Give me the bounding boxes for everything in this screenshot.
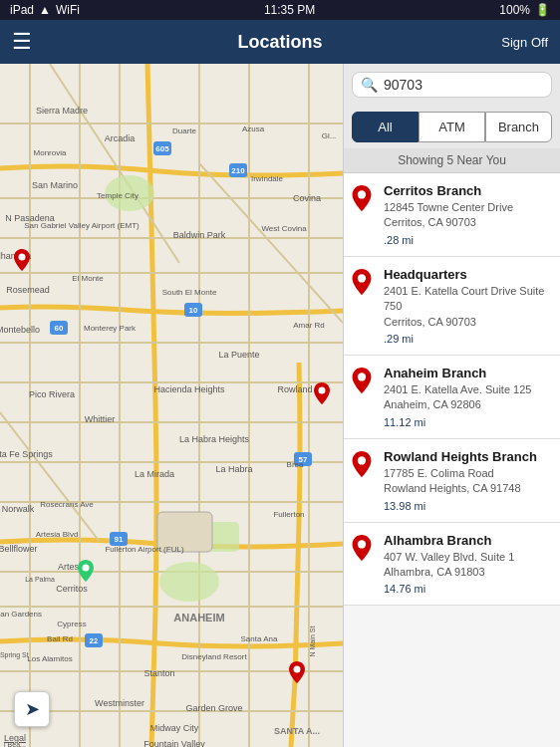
svg-text:22: 22 <box>90 636 99 645</box>
location-address: 17785 E. Colima RoadRowland Heights, CA … <box>384 466 552 497</box>
svg-text:Bellflower: Bellflower <box>0 544 38 554</box>
svg-point-101 <box>294 666 301 673</box>
svg-text:Amar Rd: Amar Rd <box>293 321 325 330</box>
main-content: 605 210 10 57 91 22 60 <box>0 64 560 747</box>
svg-text:Fullerton: Fullerton <box>273 510 304 519</box>
svg-text:Monrovia: Monrovia <box>34 148 67 157</box>
right-panel: 🔍 All ATM Branch Showing 5 Near You Cerr… <box>343 64 560 747</box>
svg-text:Ball Rd: Ball Rd <box>47 634 73 643</box>
location-arrow-icon: ➤ <box>25 698 40 720</box>
svg-text:Pico Rivera: Pico Rivera <box>29 389 75 399</box>
menu-icon[interactable]: ☰ <box>12 29 32 55</box>
svg-text:Disneyland Resort: Disneyland Resort <box>181 652 247 661</box>
map-area[interactable]: 605 210 10 57 91 22 60 <box>0 64 343 747</box>
svg-text:Monterey Park: Monterey Park <box>84 324 137 333</box>
svg-text:91: 91 <box>115 535 124 544</box>
svg-point-100 <box>83 565 90 572</box>
location-item[interactable]: Alhambra Branch 407 W. Valley Blvd. Suit… <box>344 523 560 607</box>
location-address: 2401 E. Katella Ave. Suite 125Anaheim, C… <box>384 382 552 413</box>
svg-text:West Covina: West Covina <box>261 224 307 233</box>
svg-text:Westminster: Westminster <box>95 698 144 708</box>
svg-text:Rosecrans Ave: Rosecrans Ave <box>40 500 94 509</box>
filter-all-button[interactable]: All <box>352 112 419 142</box>
svg-point-103 <box>358 274 366 282</box>
location-name: Alhambra Branch <box>384 533 552 548</box>
svg-text:La Puente: La Puente <box>218 350 259 360</box>
svg-text:Santa Ana: Santa Ana <box>241 634 278 643</box>
svg-text:N Main St: N Main St <box>309 626 316 657</box>
svg-text:Baldwin Park: Baldwin Park <box>173 230 226 240</box>
svg-text:San Marino: San Marino <box>32 180 78 190</box>
location-item[interactable]: Anaheim Branch 2401 E. Katella Ave. Suit… <box>344 356 560 439</box>
svg-text:Rowland: Rowland <box>277 384 312 394</box>
svg-text:60: 60 <box>55 324 64 333</box>
location-item[interactable]: Headquarters 2401 E. Katella Court Drive… <box>344 257 560 356</box>
location-info: Rowland Heights Branch 17785 E. Colima R… <box>384 449 552 512</box>
svg-text:Whittier: Whittier <box>85 414 116 424</box>
location-item[interactable]: Cerritos Branch 12845 Towne Center Drive… <box>344 173 560 257</box>
status-bar: iPad ▲ WiFi 11:35 PM 100% 🔋 <box>0 0 560 20</box>
location-name: Cerritos Branch <box>384 183 552 198</box>
location-distance: .29 mi <box>384 333 552 345</box>
legal-link[interactable]: Legal <box>4 733 26 743</box>
svg-text:Temple City: Temple City <box>97 191 139 200</box>
svg-text:Garden Grove: Garden Grove <box>185 703 242 713</box>
search-input[interactable] <box>384 77 543 93</box>
svg-text:San Gabriel Valley Airport (EM: San Gabriel Valley Airport (EMT) <box>24 221 140 230</box>
svg-text:Midway City: Midway City <box>150 723 199 733</box>
signal-icon: ▲ <box>39 3 51 17</box>
location-info: Cerritos Branch 12845 Towne Center Drive… <box>384 183 552 246</box>
svg-text:La Mirada: La Mirada <box>135 469 174 479</box>
svg-text:Cerritos: Cerritos <box>56 584 88 594</box>
svg-text:Duarte: Duarte <box>172 126 197 135</box>
location-name: Headquarters <box>384 267 552 282</box>
svg-text:10: 10 <box>189 306 198 315</box>
svg-point-98 <box>19 254 26 261</box>
svg-text:La Palma: La Palma <box>25 576 55 583</box>
svg-text:E Spring St: E Spring St <box>0 651 29 659</box>
svg-text:605: 605 <box>155 144 169 153</box>
location-pin-icon <box>352 185 376 215</box>
svg-point-106 <box>358 540 366 548</box>
location-distance: 13.98 mi <box>384 500 552 512</box>
filter-branch-button[interactable]: Branch <box>485 112 552 142</box>
svg-text:Rosemead: Rosemead <box>6 285 50 295</box>
time-label: 11:35 PM <box>264 3 315 17</box>
svg-text:SANTA A...: SANTA A... <box>274 726 320 736</box>
search-box: 🔍 <box>352 72 552 98</box>
location-name: Anaheim Branch <box>384 366 552 380</box>
location-info: Headquarters 2401 E. Katella Court Drive… <box>384 267 552 345</box>
location-address: 12845 Towne Center DriveCerritos, CA 907… <box>384 200 552 231</box>
nav-bar: ☰ Locations Sign Off <box>0 20 560 64</box>
location-distance: .28 mi <box>384 234 552 246</box>
svg-text:210: 210 <box>231 166 245 175</box>
svg-text:Gl...: Gl... <box>322 131 337 140</box>
svg-text:South El Monte: South El Monte <box>162 288 217 297</box>
svg-text:aian Gardens: aian Gardens <box>0 610 42 619</box>
svg-text:Los Alamitos: Los Alamitos <box>27 654 72 663</box>
svg-text:Cypress: Cypress <box>57 620 86 628</box>
filter-bar: All ATM Branch <box>344 106 560 148</box>
svg-text:Sierra Madre: Sierra Madre <box>36 106 88 116</box>
location-button[interactable]: ➤ <box>14 691 50 727</box>
battery-percent: 100% <box>499 3 530 17</box>
location-name: Rowland Heights Branch <box>384 449 552 464</box>
svg-text:Norwalk: Norwalk <box>2 504 35 514</box>
svg-text:Covina: Covina <box>293 193 321 203</box>
svg-text:ANAHEIM: ANAHEIM <box>173 612 224 623</box>
svg-point-105 <box>358 456 366 464</box>
search-area: 🔍 <box>344 64 560 106</box>
locations-list: Cerritos Branch 12845 Towne Center Drive… <box>344 173 560 747</box>
svg-point-104 <box>358 373 366 380</box>
filter-atm-button[interactable]: ATM <box>419 112 485 142</box>
location-pin-icon <box>352 368 376 397</box>
location-address: 407 W. Valley Blvd. Suite 1Alhambra, CA … <box>384 550 552 581</box>
svg-text:Fullerton Airport (FUL): Fullerton Airport (FUL) <box>105 545 183 554</box>
location-distance: 11.12 mi <box>384 416 552 428</box>
sign-off-button[interactable]: Sign Off <box>501 35 548 50</box>
svg-text:Montebello: Montebello <box>0 325 40 335</box>
carrier-label: iPad <box>10 3 34 17</box>
location-item[interactable]: Rowland Heights Branch 17785 E. Colima R… <box>344 439 560 523</box>
svg-text:Artesia Blvd: Artesia Blvd <box>36 530 79 539</box>
location-info: Anaheim Branch 2401 E. Katella Ave. Suit… <box>384 366 552 428</box>
